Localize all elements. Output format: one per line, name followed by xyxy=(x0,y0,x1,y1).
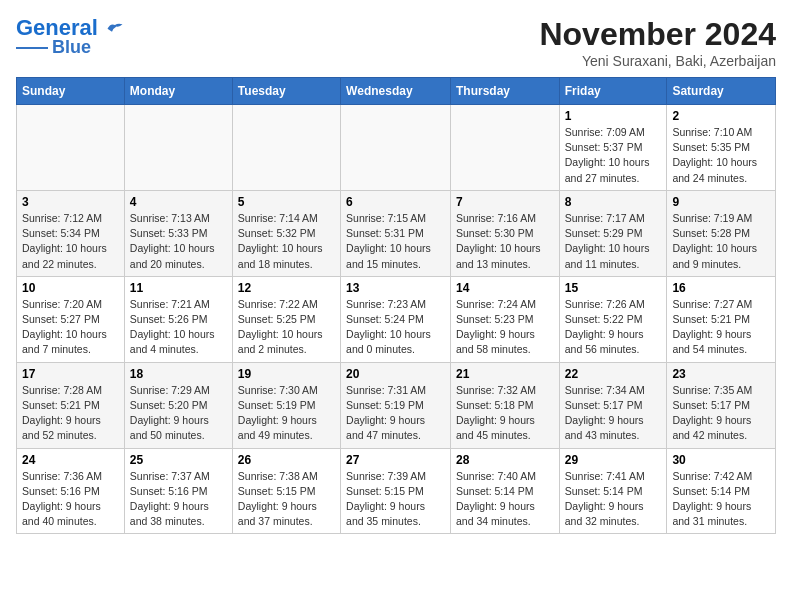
day-info-25: Sunrise: 7:37 AMSunset: 5:16 PMDaylight:… xyxy=(130,469,227,530)
sunrise-text: Sunrise: 7:14 AM xyxy=(238,212,318,224)
header-wednesday: Wednesday xyxy=(341,78,451,105)
day-number-4: 4 xyxy=(130,195,227,209)
day-number-19: 19 xyxy=(238,367,335,381)
sunset-text: Sunset: 5:15 PM xyxy=(346,485,424,497)
sunrise-text: Sunrise: 7:32 AM xyxy=(456,384,536,396)
daylight-hours: Daylight: 10 hours and 7 minutes. xyxy=(22,328,107,355)
week-row-1: 1Sunrise: 7:09 AMSunset: 5:37 PMDaylight… xyxy=(17,105,776,191)
logo-blue: Blue xyxy=(52,38,91,58)
header-monday: Monday xyxy=(124,78,232,105)
header: General Blue November 2024 Yeni Suraxani… xyxy=(16,16,776,69)
sunrise-text: Sunrise: 7:23 AM xyxy=(346,298,426,310)
day-info-12: Sunrise: 7:22 AMSunset: 5:25 PMDaylight:… xyxy=(238,297,335,358)
daylight-hours: Daylight: 10 hours and 11 minutes. xyxy=(565,242,650,269)
day-cell-5: 5Sunrise: 7:14 AMSunset: 5:32 PMDaylight… xyxy=(232,190,340,276)
sunrise-text: Sunrise: 7:42 AM xyxy=(672,470,752,482)
day-cell-23: 23Sunrise: 7:35 AMSunset: 5:17 PMDayligh… xyxy=(667,362,776,448)
day-info-15: Sunrise: 7:26 AMSunset: 5:22 PMDaylight:… xyxy=(565,297,662,358)
sunrise-text: Sunrise: 7:10 AM xyxy=(672,126,752,138)
empty-cell xyxy=(341,105,451,191)
daylight-hours: Daylight: 9 hours and 47 minutes. xyxy=(346,414,425,441)
sunset-text: Sunset: 5:35 PM xyxy=(672,141,750,153)
day-info-4: Sunrise: 7:13 AMSunset: 5:33 PMDaylight:… xyxy=(130,211,227,272)
week-row-3: 10Sunrise: 7:20 AMSunset: 5:27 PMDayligh… xyxy=(17,276,776,362)
day-cell-20: 20Sunrise: 7:31 AMSunset: 5:19 PMDayligh… xyxy=(341,362,451,448)
empty-cell xyxy=(17,105,125,191)
day-number-3: 3 xyxy=(22,195,119,209)
sunrise-text: Sunrise: 7:09 AM xyxy=(565,126,645,138)
header-thursday: Thursday xyxy=(450,78,559,105)
daylight-hours: Daylight: 9 hours and 35 minutes. xyxy=(346,500,425,527)
sunrise-text: Sunrise: 7:15 AM xyxy=(346,212,426,224)
title-area: November 2024 Yeni Suraxani, Baki, Azerb… xyxy=(539,16,776,69)
day-cell-8: 8Sunrise: 7:17 AMSunset: 5:29 PMDaylight… xyxy=(559,190,667,276)
sunset-text: Sunset: 5:20 PM xyxy=(130,399,208,411)
day-info-23: Sunrise: 7:35 AMSunset: 5:17 PMDaylight:… xyxy=(672,383,770,444)
sunrise-text: Sunrise: 7:22 AM xyxy=(238,298,318,310)
empty-cell xyxy=(450,105,559,191)
day-cell-27: 27Sunrise: 7:39 AMSunset: 5:15 PMDayligh… xyxy=(341,448,451,534)
day-cell-9: 9Sunrise: 7:19 AMSunset: 5:28 PMDaylight… xyxy=(667,190,776,276)
day-number-1: 1 xyxy=(565,109,662,123)
day-number-10: 10 xyxy=(22,281,119,295)
sunset-text: Sunset: 5:33 PM xyxy=(130,227,208,239)
sunset-text: Sunset: 5:14 PM xyxy=(456,485,534,497)
day-info-27: Sunrise: 7:39 AMSunset: 5:15 PMDaylight:… xyxy=(346,469,445,530)
month-title: November 2024 xyxy=(539,16,776,53)
day-cell-2: 2Sunrise: 7:10 AMSunset: 5:35 PMDaylight… xyxy=(667,105,776,191)
header-tuesday: Tuesday xyxy=(232,78,340,105)
sunset-text: Sunset: 5:21 PM xyxy=(22,399,100,411)
sunrise-text: Sunrise: 7:35 AM xyxy=(672,384,752,396)
subtitle: Yeni Suraxani, Baki, Azerbaijan xyxy=(539,53,776,69)
day-cell-21: 21Sunrise: 7:32 AMSunset: 5:18 PMDayligh… xyxy=(450,362,559,448)
daylight-hours: Daylight: 9 hours and 31 minutes. xyxy=(672,500,751,527)
day-cell-17: 17Sunrise: 7:28 AMSunset: 5:21 PMDayligh… xyxy=(17,362,125,448)
day-info-2: Sunrise: 7:10 AMSunset: 5:35 PMDaylight:… xyxy=(672,125,770,186)
day-info-11: Sunrise: 7:21 AMSunset: 5:26 PMDaylight:… xyxy=(130,297,227,358)
sunrise-text: Sunrise: 7:27 AM xyxy=(672,298,752,310)
sunrise-text: Sunrise: 7:26 AM xyxy=(565,298,645,310)
day-info-9: Sunrise: 7:19 AMSunset: 5:28 PMDaylight:… xyxy=(672,211,770,272)
day-number-11: 11 xyxy=(130,281,227,295)
sunset-text: Sunset: 5:22 PM xyxy=(565,313,643,325)
day-cell-29: 29Sunrise: 7:41 AMSunset: 5:14 PMDayligh… xyxy=(559,448,667,534)
sunset-text: Sunset: 5:23 PM xyxy=(456,313,534,325)
day-number-7: 7 xyxy=(456,195,554,209)
day-cell-4: 4Sunrise: 7:13 AMSunset: 5:33 PMDaylight… xyxy=(124,190,232,276)
day-info-16: Sunrise: 7:27 AMSunset: 5:21 PMDaylight:… xyxy=(672,297,770,358)
day-info-19: Sunrise: 7:30 AMSunset: 5:19 PMDaylight:… xyxy=(238,383,335,444)
sunset-text: Sunset: 5:21 PM xyxy=(672,313,750,325)
day-number-25: 25 xyxy=(130,453,227,467)
sunrise-text: Sunrise: 7:29 AM xyxy=(130,384,210,396)
day-info-8: Sunrise: 7:17 AMSunset: 5:29 PMDaylight:… xyxy=(565,211,662,272)
day-info-13: Sunrise: 7:23 AMSunset: 5:24 PMDaylight:… xyxy=(346,297,445,358)
sunrise-text: Sunrise: 7:31 AM xyxy=(346,384,426,396)
sunrise-text: Sunrise: 7:40 AM xyxy=(456,470,536,482)
day-cell-24: 24Sunrise: 7:36 AMSunset: 5:16 PMDayligh… xyxy=(17,448,125,534)
day-cell-25: 25Sunrise: 7:37 AMSunset: 5:16 PMDayligh… xyxy=(124,448,232,534)
day-cell-11: 11Sunrise: 7:21 AMSunset: 5:26 PMDayligh… xyxy=(124,276,232,362)
day-cell-7: 7Sunrise: 7:16 AMSunset: 5:30 PMDaylight… xyxy=(450,190,559,276)
day-number-27: 27 xyxy=(346,453,445,467)
calendar-header-row: SundayMondayTuesdayWednesdayThursdayFrid… xyxy=(17,78,776,105)
sunrise-text: Sunrise: 7:34 AM xyxy=(565,384,645,396)
sunset-text: Sunset: 5:29 PM xyxy=(565,227,643,239)
sunset-text: Sunset: 5:15 PM xyxy=(238,485,316,497)
sunrise-text: Sunrise: 7:37 AM xyxy=(130,470,210,482)
sunset-text: Sunset: 5:28 PM xyxy=(672,227,750,239)
week-row-2: 3Sunrise: 7:12 AMSunset: 5:34 PMDaylight… xyxy=(17,190,776,276)
day-number-14: 14 xyxy=(456,281,554,295)
calendar-table: SundayMondayTuesdayWednesdayThursdayFrid… xyxy=(16,77,776,534)
daylight-hours: Daylight: 9 hours and 38 minutes. xyxy=(130,500,209,527)
sunrise-text: Sunrise: 7:16 AM xyxy=(456,212,536,224)
daylight-hours: Daylight: 9 hours and 54 minutes. xyxy=(672,328,751,355)
day-info-10: Sunrise: 7:20 AMSunset: 5:27 PMDaylight:… xyxy=(22,297,119,358)
day-cell-26: 26Sunrise: 7:38 AMSunset: 5:15 PMDayligh… xyxy=(232,448,340,534)
day-number-23: 23 xyxy=(672,367,770,381)
empty-cell xyxy=(232,105,340,191)
daylight-hours: Daylight: 9 hours and 50 minutes. xyxy=(130,414,209,441)
daylight-hours: Daylight: 10 hours and 0 minutes. xyxy=(346,328,431,355)
daylight-hours: Daylight: 10 hours and 27 minutes. xyxy=(565,156,650,183)
day-cell-6: 6Sunrise: 7:15 AMSunset: 5:31 PMDaylight… xyxy=(341,190,451,276)
week-row-5: 24Sunrise: 7:36 AMSunset: 5:16 PMDayligh… xyxy=(17,448,776,534)
